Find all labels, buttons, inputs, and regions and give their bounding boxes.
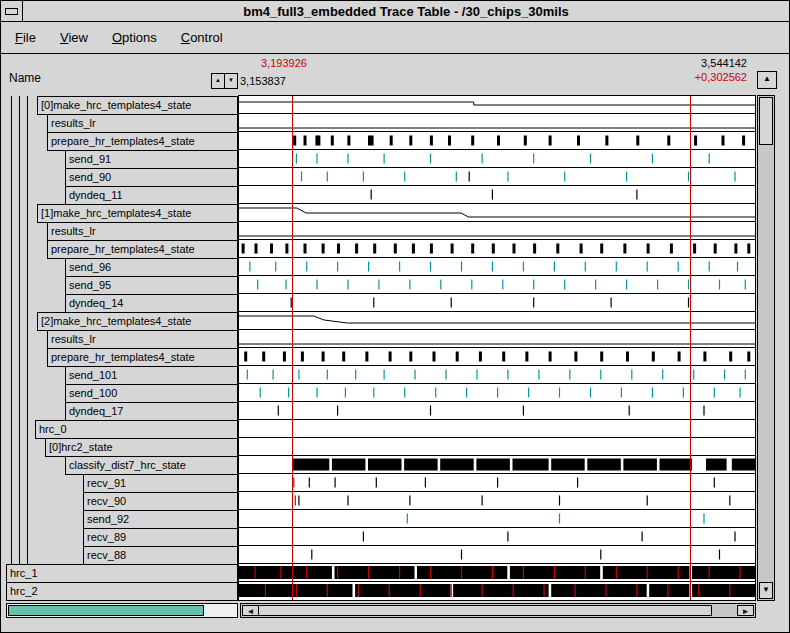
signal-name-send-90[interactable]: send_90: [65, 168, 238, 187]
scroll-left-button[interactable]: ◄: [242, 605, 259, 616]
signal-trace-row[interactable]: [239, 582, 755, 600]
signal-name-recv-89[interactable]: recv_89: [83, 528, 238, 547]
signal-name-dyndeq-14[interactable]: dyndeq_14: [65, 294, 238, 313]
menu-control[interactable]: Control: [181, 30, 223, 45]
signal-trace-row[interactable]: [239, 312, 755, 330]
signal-name-prepare-hr-templates4-state[interactable]: prepare_hr_templates4_state: [47, 132, 238, 151]
signal-row: dyndeq_14: [6, 294, 238, 312]
signal-trace-row[interactable]: [239, 474, 755, 492]
signal-name-0-hrc2-state[interactable]: [0]hrc2_state: [45, 438, 238, 457]
scroll-down-button[interactable]: ▼: [759, 582, 773, 599]
cursor-line-2[interactable]: [690, 96, 691, 600]
header: Name ▲ ▼ 3,153837 3,193926 3,544142 +0,3…: [1, 54, 789, 95]
window-menu-icon: [5, 8, 18, 15]
signal-row: classify_dist7_hrc_state: [6, 456, 238, 474]
signal-trace-row[interactable]: [239, 150, 755, 168]
signal-name-recv-91[interactable]: recv_91: [83, 474, 238, 493]
signal-trace-row[interactable]: [239, 258, 755, 276]
signal-row: recv_89: [6, 528, 238, 546]
signal-name-send-92[interactable]: send_92: [83, 510, 238, 529]
signal-name-1-make-hrc-templates4-state[interactable]: [1]make_hrc_templates4_state: [37, 204, 238, 223]
window-menu-button[interactable]: [1, 1, 23, 21]
signal-trace-row[interactable]: [239, 510, 755, 528]
signal-name-results-lr[interactable]: results_lr: [47, 114, 238, 133]
signal-trace-row[interactable]: [239, 438, 755, 456]
signal-name-recv-90[interactable]: recv_90: [83, 492, 238, 511]
signal-trace-row[interactable]: [239, 186, 755, 204]
signal-row: send_91: [6, 150, 238, 168]
signal-trace-row[interactable]: [239, 456, 755, 474]
signal-trace-row[interactable]: [239, 222, 755, 240]
signal-name-hrc-2[interactable]: hrc_2: [6, 582, 238, 601]
signal-trace-row[interactable]: [239, 114, 755, 132]
right-time-label: 3,544142: [701, 57, 747, 69]
signal-trace-row[interactable]: [239, 420, 755, 438]
signal-name-hrc-1[interactable]: hrc_1: [6, 564, 238, 583]
signal-trace-row[interactable]: [239, 384, 755, 402]
names-horizontal-scrollbar-thumb[interactable]: [8, 605, 204, 616]
menu-options[interactable]: Options: [112, 30, 157, 45]
signal-trace-row[interactable]: [239, 528, 755, 546]
signal-trace-row[interactable]: [239, 132, 755, 150]
signal-row: hrc_0: [6, 420, 238, 438]
signal-trace-row[interactable]: [239, 546, 755, 564]
cursor-line-1[interactable]: [292, 96, 293, 600]
waves-horizontal-scrollbar-thumb[interactable]: [258, 605, 712, 616]
signal-trace-row[interactable]: [239, 168, 755, 186]
signal-row: recv_90: [6, 492, 238, 510]
signal-trace-row[interactable]: [239, 276, 755, 294]
signal-name-prepare-hr-templates4-state[interactable]: prepare_hr_templates4_state: [47, 240, 238, 259]
signal-name-list: [0]make_hrc_templates4_stateresults_lrpr…: [6, 96, 238, 600]
titlebar[interactable]: bm4_full3_embedded Trace Table - /30_chi…: [1, 1, 789, 22]
signal-name-results-lr[interactable]: results_lr: [47, 330, 238, 349]
signal-trace-row[interactable]: [239, 348, 755, 366]
signal-name-dyndeq-11[interactable]: dyndeq_11: [65, 186, 238, 205]
signal-name-dyndeq-17[interactable]: dyndeq_17: [65, 402, 238, 421]
vertical-scrollbar-thumb[interactable]: [759, 97, 773, 145]
signal-name-2-make-hrc-templates4-state[interactable]: [2]make_hrc_templates4_state: [37, 312, 238, 331]
signal-trace-row[interactable]: [239, 240, 755, 258]
names-horizontal-scrollbar[interactable]: [6, 603, 238, 618]
signal-trace-row[interactable]: [239, 330, 755, 348]
window-title: bm4_full3_embedded Trace Table - /30_chi…: [23, 4, 789, 19]
menu-file[interactable]: File: [15, 30, 36, 45]
signal-name-prepare-hr-templates4-state[interactable]: prepare_hr_templates4_state: [47, 348, 238, 367]
signal-name-classify-dist7-hrc-state[interactable]: classify_dist7_hrc_state: [65, 456, 238, 475]
signal-row: prepare_hr_templates4_state: [6, 240, 238, 258]
signal-name-send-101[interactable]: send_101: [65, 366, 238, 385]
name-column-label: Name: [9, 71, 41, 85]
wave-panel[interactable]: [238, 95, 756, 601]
signal-row: send_101: [6, 366, 238, 384]
waves-horizontal-scrollbar[interactable]: ◄ ►: [240, 603, 756, 618]
signal-name-send-95[interactable]: send_95: [65, 276, 238, 295]
signal-row: send_90: [6, 168, 238, 186]
signal-row: [0]make_hrc_templates4_state: [6, 96, 238, 114]
signal-row: hrc_2: [6, 582, 238, 600]
signal-name-send-96[interactable]: send_96: [65, 258, 238, 277]
signal-trace-row[interactable]: [239, 204, 755, 222]
signal-trace-row[interactable]: [239, 96, 755, 114]
time-scroll-down-button[interactable]: ▼: [224, 73, 238, 89]
signal-name-send-100[interactable]: send_100: [65, 384, 238, 403]
scroll-to-top-button[interactable]: ▲: [757, 71, 777, 89]
signal-trace-row[interactable]: [239, 492, 755, 510]
vertical-scrollbar[interactable]: ▼: [757, 95, 775, 601]
names-panel: [0]make_hrc_templates4_stateresults_lrpr…: [6, 96, 238, 600]
signal-trace-row[interactable]: [239, 294, 755, 312]
signal-row: prepare_hr_templates4_state: [6, 348, 238, 366]
signal-name-hrc-0[interactable]: hrc_0: [35, 420, 238, 439]
signal-name-0-make-hrc-templates4-state[interactable]: [0]make_hrc_templates4_state: [37, 96, 238, 115]
scroll-right-button[interactable]: ►: [737, 605, 754, 616]
time-scroll-up-button[interactable]: ▲: [211, 73, 225, 89]
signal-name-results-lr[interactable]: results_lr: [47, 222, 238, 241]
signal-trace-row[interactable]: [239, 402, 755, 420]
signal-row: dyndeq_11: [6, 186, 238, 204]
signal-trace-row[interactable]: [239, 366, 755, 384]
signal-name-send-91[interactable]: send_91: [65, 150, 238, 169]
signal-name-recv-88[interactable]: recv_88: [83, 546, 238, 565]
left-time-label: 3,153837: [240, 75, 286, 87]
signal-row: [0]hrc2_state: [6, 438, 238, 456]
menu-view[interactable]: View: [60, 30, 88, 45]
signal-row: [1]make_hrc_templates4_state: [6, 204, 238, 222]
signal-trace-row[interactable]: [239, 564, 755, 582]
